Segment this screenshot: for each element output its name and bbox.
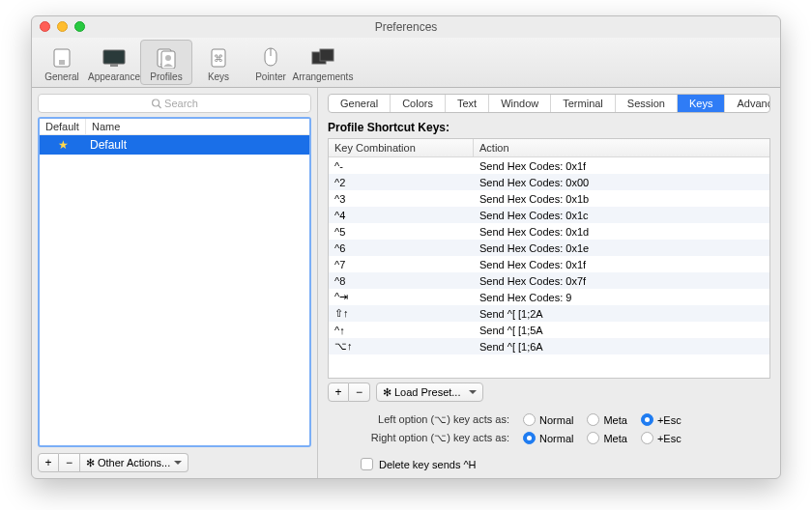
pointer-icon <box>258 45 283 71</box>
profile-row[interactable]: ★ Default <box>40 135 309 155</box>
table-row[interactable]: ⇧↑Send ^[ [1;2A <box>329 305 769 322</box>
left-panel: Search Default Name ★ Default + − ✻ Othe… <box>32 88 318 478</box>
tab-text[interactable]: Text <box>446 95 489 112</box>
table-row[interactable]: ⌥↑Send ^[ [1;6A <box>329 338 769 354</box>
cell-combo: ^⇥ <box>329 291 474 303</box>
table-row[interactable]: ^⇥Send Hex Codes: 9 <box>329 289 769 305</box>
zoom-icon[interactable] <box>74 21 85 32</box>
svg-text:⌘: ⌘ <box>214 53 223 64</box>
shortcut-footer: + − ✻ Load Preset... <box>328 382 770 402</box>
tab-keys[interactable]: Keys <box>678 95 725 112</box>
table-row[interactable]: ^4Send Hex Codes: 0x1c <box>329 207 769 223</box>
radio-label: Normal <box>539 414 573 426</box>
cell-combo: ^6 <box>329 242 474 254</box>
table-row[interactable]: ^2Send Hex Codes: 0x00 <box>329 174 769 190</box>
cell-action: Send ^[ [1;6A <box>474 341 769 353</box>
radio-option[interactable]: Normal <box>523 413 573 426</box>
add-profile-button[interactable]: + <box>38 453 59 472</box>
radio-option[interactable]: +Esc <box>641 413 682 426</box>
cell-combo: ^4 <box>329 210 474 221</box>
minimize-icon[interactable] <box>57 21 68 32</box>
toolbar-profiles[interactable]: Profiles <box>140 40 192 85</box>
delete-key-checkbox[interactable] <box>361 458 373 470</box>
titlebar[interactable]: Preferences <box>32 16 780 38</box>
load-preset-button[interactable]: ✻ Load Preset... <box>376 382 483 402</box>
table-row[interactable]: ^5Send Hex Codes: 0x1d <box>329 223 769 240</box>
left-option-label: Left option (⌥) key acts as: <box>351 413 509 426</box>
table-row[interactable]: ^↑Send ^[ [1;5A <box>329 322 769 338</box>
profile-list[interactable]: Default Name ★ Default <box>38 117 311 447</box>
cell-action: Send Hex Codes: 0x7f <box>474 275 769 287</box>
cell-combo: ^3 <box>329 193 474 205</box>
cell-combo: ⌥↑ <box>329 340 474 353</box>
col-default[interactable]: Default <box>40 119 86 134</box>
cell-action: Send Hex Codes: 0x1e <box>474 242 769 254</box>
preferences-window: Preferences General Appearance Profiles … <box>31 15 781 479</box>
table-row[interactable]: ^7Send Hex Codes: 0x1f <box>329 256 769 272</box>
profile-list-header: Default Name <box>40 119 309 135</box>
tab-window[interactable]: Window <box>489 95 551 112</box>
radio-icon <box>587 432 599 444</box>
table-row[interactable]: ^8Send Hex Codes: 0x7f <box>329 272 769 289</box>
radio-icon <box>641 432 653 444</box>
right-option-radios: NormalMeta+Esc <box>523 432 682 444</box>
col-name[interactable]: Name <box>86 119 309 134</box>
remove-shortcut-button[interactable]: − <box>349 382 370 402</box>
svg-rect-2 <box>103 50 125 64</box>
search-wrap: Search <box>38 94 311 113</box>
table-row[interactable]: ^3Send Hex Codes: 0x1b <box>329 190 769 207</box>
table-row[interactable]: ^6Send Hex Codes: 0x1e <box>329 240 769 256</box>
col-action[interactable]: Action <box>474 139 769 156</box>
radio-option[interactable]: Meta <box>587 413 626 426</box>
svg-rect-1 <box>59 60 65 65</box>
search-input[interactable] <box>38 94 311 113</box>
tab-advanced[interactable]: Advanced <box>725 95 770 112</box>
left-option-radios: NormalMeta+Esc <box>523 413 682 426</box>
col-key-combination[interactable]: Key Combination <box>329 139 474 156</box>
toolbar-label: Appearance <box>88 71 140 82</box>
tab-colors[interactable]: Colors <box>391 95 446 112</box>
delete-key-row: Delete key sends ^H <box>351 458 770 470</box>
table-body: ^-Send Hex Codes: 0x1f^2Send Hex Codes: … <box>329 157 769 378</box>
table-row[interactable]: ^-Send Hex Codes: 0x1f <box>329 157 769 174</box>
tab-session[interactable]: Session <box>616 95 678 112</box>
radio-option[interactable]: Meta <box>587 432 626 444</box>
tab-terminal[interactable]: Terminal <box>551 95 616 112</box>
tab-general[interactable]: General <box>329 95 391 112</box>
toolbar-keys[interactable]: ⌘ Keys <box>192 40 245 85</box>
add-shortcut-button[interactable]: + <box>328 382 349 402</box>
right-option-label: Right option (⌥) key acts as: <box>351 432 509 444</box>
general-icon <box>49 45 74 71</box>
svg-point-7 <box>165 55 171 61</box>
toolbar-appearance[interactable]: Appearance <box>88 40 140 85</box>
radio-icon <box>523 413 536 426</box>
radio-label: +Esc <box>657 414 682 426</box>
cell-action: Send Hex Codes: 0x00 <box>474 177 769 188</box>
cell-combo: ^- <box>329 160 474 172</box>
remove-profile-button[interactable]: − <box>59 453 80 472</box>
cell-action: Send Hex Codes: 0x1f <box>474 160 769 172</box>
toolbar-label: Profiles <box>150 71 182 82</box>
keys-icon: ⌘ <box>206 45 231 71</box>
radio-option[interactable]: Normal <box>523 432 573 444</box>
close-icon[interactable] <box>40 21 50 32</box>
toolbar-pointer[interactable]: Pointer <box>245 40 297 85</box>
cell-combo: ^8 <box>329 275 474 287</box>
gear-icon: ✻ <box>86 457 95 469</box>
radio-label: Meta <box>603 433 626 444</box>
other-actions-button[interactable]: ✻ Other Actions... <box>80 453 188 472</box>
profile-name: Default <box>86 138 309 152</box>
cell-action: Send Hex Codes: 0x1d <box>474 226 769 238</box>
radio-option[interactable]: +Esc <box>641 432 682 444</box>
radio-icon <box>641 413 653 426</box>
body: Search Default Name ★ Default + − ✻ Othe… <box>32 88 780 478</box>
radio-label: Normal <box>539 433 573 444</box>
toolbar: General Appearance Profiles ⌘ Keys Point… <box>32 38 780 88</box>
gear-icon: ✻ <box>383 386 392 399</box>
toolbar-general[interactable]: General <box>36 40 88 85</box>
shortcut-table[interactable]: Key Combination Action ^-Send Hex Codes:… <box>328 138 770 379</box>
left-option-row: Left option (⌥) key acts as: NormalMeta+… <box>351 413 770 426</box>
radio-icon <box>587 413 599 426</box>
toolbar-arrangements[interactable]: Arrangements <box>297 40 349 85</box>
window-title: Preferences <box>375 20 438 34</box>
